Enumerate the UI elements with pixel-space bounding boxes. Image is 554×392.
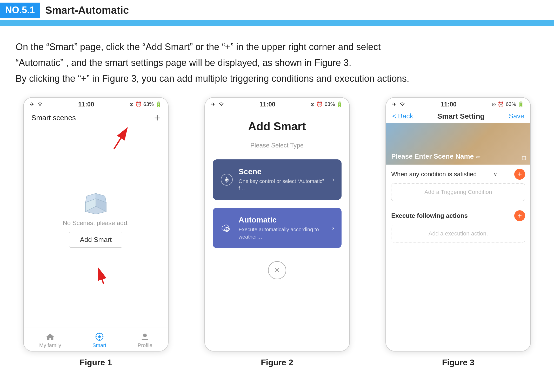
figure3-phone: ✈ 11:00 ⊛ ⏰ 63% 🔋 < Back bbox=[385, 97, 531, 352]
airplane-icon: ✈ bbox=[211, 101, 216, 107]
alarm-icon: ⏰ bbox=[135, 101, 142, 107]
airplane-icon: ✈ bbox=[30, 101, 34, 107]
figure3-wrapper: ✈ 11:00 ⊛ ⏰ 63% 🔋 < Back bbox=[373, 97, 544, 367]
automatic-option-left: Automatic Execute automatically accordin… bbox=[220, 215, 332, 240]
settings-icon: ⊛ bbox=[310, 101, 315, 107]
execute-actions-label: Execute following actions bbox=[391, 212, 468, 219]
scene-chevron-icon: › bbox=[332, 176, 334, 183]
figure2-phone: ✈ 11:00 ⊛ ⏰ 63% 🔋 Add Smart bbox=[204, 97, 350, 352]
desc-line3: By clicking the “+” in Figure 3, you can… bbox=[16, 71, 538, 86]
battery-icon: 🔋 bbox=[518, 101, 524, 107]
add-condition-button[interactable]: + bbox=[514, 169, 525, 180]
battery-icon: 🔋 bbox=[155, 101, 162, 107]
scene-option-desc: One key control or select “Automatic” f… bbox=[239, 178, 332, 192]
figure1-status-right: ⊛ ⏰ 63% 🔋 bbox=[129, 101, 162, 107]
smart-setting-title: Smart Setting bbox=[437, 112, 485, 120]
condition-label: When any condition is satisfied bbox=[391, 171, 477, 178]
figure3-topbar: < Back Smart Setting Save bbox=[386, 110, 530, 123]
svg-point-6 bbox=[143, 334, 147, 337]
figure1-wrapper: ✈ 11:00 ⊛ ⏰ 63% 🔋 bbox=[10, 97, 181, 367]
scene-option-name: Scene bbox=[239, 167, 332, 176]
alarm-icon: ⏰ bbox=[316, 101, 323, 107]
figure3-actions-section: Execute following actions + Add a execut… bbox=[386, 206, 530, 245]
figure3-status-bar: ✈ 11:00 ⊛ ⏰ 63% 🔋 bbox=[386, 98, 530, 110]
edit-scene-name-icon: ✏ bbox=[476, 154, 480, 160]
settings-icon: ⊛ bbox=[492, 101, 496, 107]
empty-box-icon bbox=[82, 191, 110, 214]
airplane-icon: ✈ bbox=[392, 101, 397, 107]
figure3-time: 11:00 bbox=[440, 101, 456, 108]
figure1-label: Figure 1 bbox=[80, 358, 112, 367]
scene-option-left: Scene One key control or select “Automat… bbox=[220, 167, 332, 192]
svg-point-12 bbox=[226, 179, 228, 181]
add-action-button[interactable]: + bbox=[514, 210, 525, 221]
actions-header-row: Execute following actions + bbox=[391, 210, 525, 221]
wifi-icon bbox=[218, 101, 224, 107]
automatic-chevron-icon: › bbox=[332, 224, 334, 232]
automatic-icon bbox=[220, 221, 233, 235]
wifi-icon bbox=[37, 101, 43, 107]
figure2-status-bar: ✈ 11:00 ⊛ ⏰ 63% 🔋 bbox=[205, 98, 349, 110]
smart-scenes-title: Smart scenes bbox=[31, 114, 76, 122]
section-badge: NO.5.1 bbox=[0, 3, 40, 18]
svg-point-1 bbox=[98, 335, 101, 338]
figure3-status-left: ✈ bbox=[392, 101, 405, 107]
page-header: NO.5.1 Smart-Automatic bbox=[0, 0, 554, 21]
no-scenes-text: No Scenes, please add. bbox=[63, 219, 129, 227]
nav-label-myfamily: My family bbox=[39, 342, 61, 348]
blue-divider bbox=[0, 21, 554, 26]
automatic-text-area: Automatic Execute automatically accordin… bbox=[239, 215, 332, 240]
add-triggering-condition-box[interactable]: Add a Triggering Condition bbox=[391, 183, 525, 201]
figure1-content: No Scenes, please add. Add Smart bbox=[24, 126, 168, 328]
nav-item-smart[interactable]: Smart bbox=[92, 332, 106, 348]
scene-text-area: Scene One key control or select “Automat… bbox=[239, 167, 332, 192]
svg-line-15 bbox=[227, 229, 228, 230]
figure3-condition-section: When any condition is satisfied ∨ + Add … bbox=[386, 165, 530, 206]
figure1-bottom-nav: My family Smart bbox=[24, 328, 168, 351]
figure2-label: Figure 2 bbox=[261, 358, 293, 367]
figure1-status-left: ✈ bbox=[30, 101, 43, 107]
close-button[interactable]: × bbox=[268, 261, 286, 279]
figure1-phone-container: ✈ 11:00 ⊛ ⏰ 63% 🔋 bbox=[23, 97, 169, 352]
figure3-status-right: ⊛ ⏰ 63% 🔋 bbox=[492, 101, 524, 107]
nav-label-smart: Smart bbox=[92, 342, 106, 348]
add-smart-title: Add Smart bbox=[248, 120, 306, 133]
scene-banner[interactable]: Please Enter Scene Name ✏ ⊡ bbox=[386, 123, 530, 165]
save-button[interactable]: Save bbox=[509, 112, 524, 120]
condition-header-row: When any condition is satisfied ∨ + bbox=[391, 169, 525, 180]
page-title: Smart-Automatic bbox=[45, 4, 129, 16]
automatic-option-card[interactable]: Automatic Execute automatically accordin… bbox=[213, 208, 342, 248]
condition-dropdown-icon[interactable]: ∨ bbox=[493, 171, 497, 177]
desc-line2: “Automatic” , and the smart settings pag… bbox=[16, 55, 538, 71]
automatic-option-desc: Execute automatically according to weath… bbox=[239, 226, 332, 240]
select-type-subtitle: Please Select Type bbox=[250, 142, 304, 149]
figure2-time: 11:00 bbox=[259, 101, 275, 108]
figure1-topbar: Smart scenes + bbox=[24, 110, 168, 126]
wifi-icon bbox=[399, 101, 405, 107]
alarm-icon: ⏰ bbox=[498, 101, 504, 107]
nav-label-profile: Profile bbox=[138, 342, 152, 348]
automatic-option-name: Automatic bbox=[239, 215, 332, 224]
add-execution-action-box[interactable]: Add a execution action. bbox=[391, 225, 525, 242]
battery-icon: 🔋 bbox=[336, 101, 343, 107]
nav-item-profile[interactable]: Profile bbox=[138, 332, 152, 348]
battery-text: 63% bbox=[506, 101, 516, 107]
figure1-status-bar: ✈ 11:00 ⊛ ⏰ 63% 🔋 bbox=[24, 98, 168, 110]
settings-icon: ⊛ bbox=[129, 101, 134, 107]
figure2-wrapper: ✈ 11:00 ⊛ ⏰ 63% 🔋 Add Smart bbox=[192, 97, 363, 367]
figure1-time: 11:00 bbox=[78, 101, 94, 108]
nav-item-myfamily[interactable]: My family bbox=[39, 332, 61, 348]
scene-icon bbox=[220, 173, 233, 186]
scene-option-card[interactable]: Scene One key control or select “Automat… bbox=[213, 159, 342, 200]
figure1-phone: ✈ 11:00 ⊛ ⏰ 63% 🔋 bbox=[23, 97, 169, 352]
battery-text: 63% bbox=[324, 101, 335, 107]
back-button[interactable]: < Back bbox=[392, 112, 413, 120]
scene-name-text: Please Enter Scene Name bbox=[391, 152, 474, 160]
add-smart-button[interactable]: Add Smart bbox=[69, 232, 122, 248]
desc-line1: On the “Smart” page, click the “Add Smar… bbox=[16, 39, 538, 55]
change-photo-icon: ⊡ bbox=[522, 155, 526, 161]
figure2-content: Add Smart Please Select Type bbox=[205, 110, 349, 351]
figure3-label: Figure 3 bbox=[442, 358, 474, 367]
battery-text: 63% bbox=[143, 101, 154, 107]
add-plus-button[interactable]: + bbox=[154, 112, 160, 124]
